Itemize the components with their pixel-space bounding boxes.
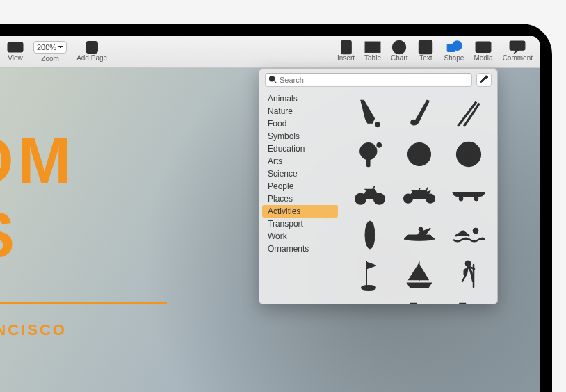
shape-paddle-ball[interactable] [348, 137, 392, 172]
text-icon: T [417, 42, 434, 53]
text-button[interactable]: T Text [416, 40, 435, 63]
svg-point-26 [360, 143, 377, 160]
shape-tandem-bicycle[interactable] [398, 177, 442, 212]
chart-label: Chart [391, 54, 407, 62]
svg-point-41 [474, 197, 478, 201]
chevron-down-icon [58, 45, 63, 49]
shape-swimmer[interactable] [446, 218, 490, 252]
shapes-search[interactable] [265, 73, 472, 87]
sidebar-icon [7, 42, 24, 53]
svg-point-28 [377, 143, 382, 148]
shapes-grid-scroll[interactable] [341, 91, 497, 304]
shape-categories: AnimalsNatureFoodSymbolsEducationArtsSci… [259, 91, 341, 304]
shape-pool-cue[interactable] [446, 97, 490, 131]
category-food[interactable]: Food [259, 117, 341, 130]
svg-rect-27 [367, 159, 370, 167]
category-arts[interactable]: Arts [259, 155, 341, 168]
category-activities[interactable]: Activities [262, 205, 338, 218]
table-label: Table [364, 54, 381, 62]
comment-icon [509, 42, 526, 53]
category-nature[interactable]: Nature [259, 105, 341, 117]
shape-hiker[interactable] [446, 258, 490, 293]
svg-point-31 [424, 151, 427, 154]
shape-roller-skate-2[interactable] [446, 298, 490, 304]
shape-bicycle[interactable] [348, 177, 392, 212]
view-label: View [8, 54, 23, 62]
svg-point-21 [269, 76, 274, 81]
table-button[interactable]: Table [363, 40, 382, 63]
insert-icon [338, 42, 355, 53]
shape-cricket-bat[interactable] [348, 97, 392, 131]
table-icon [364, 42, 381, 53]
media-label: Media [474, 54, 492, 62]
svg-line-22 [274, 81, 276, 83]
svg-point-19 [479, 44, 481, 47]
category-education[interactable]: Education [259, 142, 341, 155]
category-ornaments[interactable]: Ornaments [259, 243, 341, 255]
text-label: Text [419, 54, 432, 62]
toolbar: View 200% Zoom Add Page Inse [0, 36, 540, 68]
svg-text:T: T [423, 42, 429, 54]
svg-point-30 [421, 148, 424, 151]
svg-point-23 [375, 122, 380, 127]
insert-button[interactable]: Insert [336, 40, 356, 63]
shape-roller-skate[interactable] [398, 298, 442, 304]
category-transport[interactable]: Transport [259, 218, 341, 230]
svg-point-17 [453, 41, 462, 50]
svg-point-40 [459, 197, 463, 201]
svg-point-46 [362, 286, 375, 290]
zoom-label: Zoom [41, 55, 59, 63]
svg-point-43 [419, 227, 423, 231]
media-icon [475, 42, 492, 53]
comment-button[interactable]: Comment [501, 40, 534, 63]
category-places[interactable]: Places [259, 193, 341, 205]
svg-point-29 [407, 143, 430, 166]
svg-point-32 [419, 152, 422, 155]
shape-hockey-stick[interactable] [398, 97, 442, 131]
category-symbols[interactable]: Symbols [259, 130, 341, 142]
category-work[interactable]: Work [259, 230, 341, 243]
view-button[interactable]: View [6, 40, 25, 63]
shapes-popover: AnimalsNatureFoodSymbolsEducationArtsSci… [259, 68, 498, 304]
category-animals[interactable]: Animals [259, 92, 341, 105]
add-page-button[interactable]: Add Page [75, 40, 108, 63]
shape-rowing[interactable] [398, 218, 442, 252]
svg-point-35 [466, 152, 471, 157]
shape-sailboat[interactable] [398, 258, 442, 293]
svg-point-44 [473, 228, 478, 234]
media-button[interactable]: Media [472, 40, 494, 63]
shape-bowling-ball[interactable] [398, 137, 442, 172]
shape-target[interactable] [446, 137, 490, 172]
add-page-label: Add Page [76, 54, 107, 62]
shapes-search-input[interactable] [265, 73, 472, 87]
shape-golf-flag[interactable] [348, 258, 392, 293]
shape-skateboard[interactable] [446, 177, 490, 212]
shape-hang-glider[interactable] [348, 298, 392, 304]
svg-rect-20 [510, 41, 525, 50]
shape-icon [446, 42, 462, 53]
headline-underline [0, 302, 167, 304]
eyedropper-icon [479, 75, 489, 85]
zoom-value: 200% [33, 41, 67, 54]
insert-label: Insert [337, 54, 355, 62]
category-people[interactable]: People [259, 180, 341, 193]
zoom-button[interactable]: 200% Zoom [32, 40, 68, 64]
chart-button[interactable]: Chart [389, 40, 409, 63]
chart-icon [391, 42, 407, 53]
category-science[interactable]: Science [259, 168, 341, 180]
eyedropper-button[interactable] [476, 73, 492, 87]
shapes-grid [341, 91, 497, 304]
search-icon [268, 75, 277, 83]
comment-label: Comment [503, 54, 533, 62]
shape-label: Shape [444, 54, 464, 62]
svg-rect-8 [365, 42, 380, 52]
svg-rect-0 [8, 42, 23, 52]
headline: STOM KES [0, 124, 75, 272]
subline: ES, SAN FRANCISCO [0, 321, 67, 339]
svg-point-42 [365, 221, 375, 249]
plus-page-icon [83, 42, 100, 53]
shape-button[interactable]: Shape [442, 40, 465, 63]
shape-surfboard[interactable] [348, 218, 392, 252]
